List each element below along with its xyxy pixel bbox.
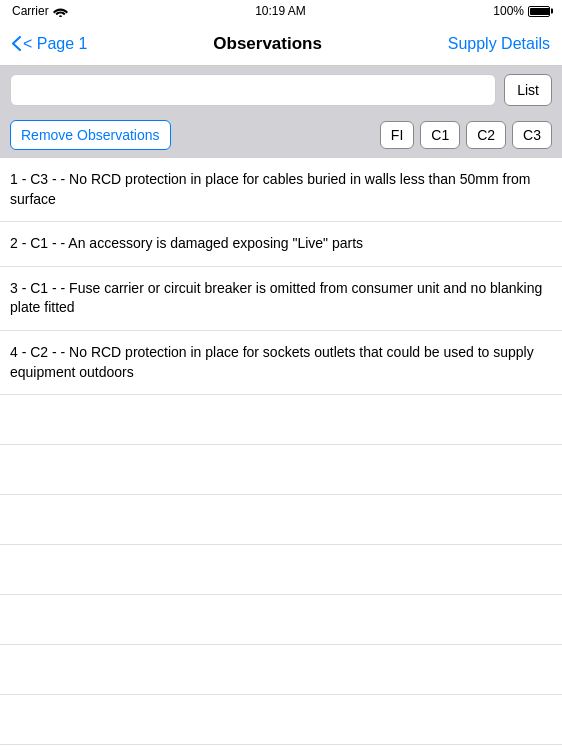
list-button[interactable]: List [504, 74, 552, 106]
empty-row-6 [0, 645, 562, 695]
battery-icon [528, 6, 550, 17]
observation-text-4: 4 - C2 - - No RCD protection in place fo… [10, 344, 534, 380]
chevron-left-icon [12, 36, 21, 51]
empty-row-5 [0, 595, 562, 645]
observation-row-3[interactable]: 3 - C1 - - Fuse carrier or circuit break… [0, 267, 562, 331]
nav-bar: < Page 1 Observations Supply Details [0, 22, 562, 66]
observation-row-4[interactable]: 4 - C2 - - No RCD protection in place fo… [0, 331, 562, 395]
wifi-icon [53, 6, 68, 17]
empty-row-2 [0, 445, 562, 495]
observation-row-2[interactable]: 2 - C1 - - An accessory is damaged expos… [0, 222, 562, 267]
empty-row-3 [0, 495, 562, 545]
remove-observations-button[interactable]: Remove Observations [10, 120, 171, 150]
empty-row-4 [0, 545, 562, 595]
carrier-label: Carrier [12, 4, 49, 18]
observation-text-2: 2 - C1 - - An accessory is damaged expos… [10, 235, 363, 251]
toolbar-row1: List [0, 66, 562, 114]
observation-text-3: 3 - C1 - - Fuse carrier or circuit break… [10, 280, 542, 316]
status-left: Carrier [12, 4, 68, 18]
search-input[interactable] [10, 74, 496, 106]
status-right: 100% [493, 4, 550, 18]
back-button[interactable]: < Page 1 [12, 35, 88, 53]
observation-row-1[interactable]: 1 - C3 - - No RCD protection in place fo… [0, 158, 562, 222]
status-bar: Carrier 10:19 AM 100% [0, 0, 562, 22]
status-time: 10:19 AM [255, 4, 306, 18]
toolbar-row2: Remove Observations FI C1 C2 C3 [0, 114, 562, 158]
back-label: < Page 1 [23, 35, 88, 53]
observation-text-1: 1 - C3 - - No RCD protection in place fo… [10, 171, 531, 207]
svg-point-0 [59, 15, 62, 17]
empty-row-7 [0, 695, 562, 745]
filter-c3-button[interactable]: C3 [512, 121, 552, 149]
empty-row-1 [0, 395, 562, 445]
filter-fi-button[interactable]: FI [380, 121, 414, 149]
observations-list: 1 - C3 - - No RCD protection in place fo… [0, 158, 562, 745]
filter-buttons: FI C1 C2 C3 [380, 121, 552, 149]
page-title: Observations [213, 34, 322, 54]
supply-details-button[interactable]: Supply Details [448, 35, 550, 53]
battery-percent: 100% [493, 4, 524, 18]
filter-c1-button[interactable]: C1 [420, 121, 460, 149]
filter-c2-button[interactable]: C2 [466, 121, 506, 149]
